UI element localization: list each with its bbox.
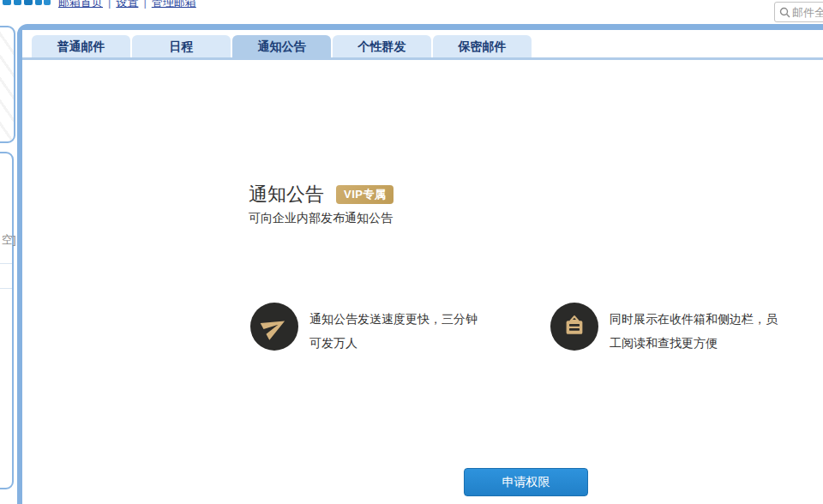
nav-link-settings[interactable]: 设置 — [116, 0, 138, 9]
search-input[interactable] — [792, 3, 823, 21]
logo-fragment — [35, 0, 42, 5]
mail-search-box[interactable] — [774, 2, 823, 22]
top-bar: 邮箱首页|设置|管理邮箱 — [0, 0, 823, 24]
nav-link-manage-mailbox[interactable]: 管理邮箱 — [152, 0, 196, 9]
tab-notice[interactable]: 通知公告 — [232, 35, 331, 57]
apply-permission-button[interactable]: 申请权限 — [464, 468, 588, 496]
vip-badge: VIP专属 — [336, 185, 393, 204]
nav-separator: | — [108, 0, 111, 9]
logo-fragment — [44, 0, 51, 5]
mail-type-tabs: 普通邮件 日程 通知公告 个性群发 保密邮件 — [32, 35, 533, 57]
sidebar-clear-link-partial[interactable]: 空] — [2, 232, 16, 248]
sidebar-widget-top — [0, 26, 15, 143]
main-panel: 普通邮件 日程 通知公告 个性群发 保密邮件 通知公告 VIP专属 可向企业内部… — [17, 24, 823, 504]
notice-intro-content: 通知公告 VIP专属 可向企业内部发布通知公告 通知公告发送速度更快，三分钟可发… — [22, 60, 823, 504]
sidebar-divider — [0, 263, 12, 264]
search-icon[interactable] — [779, 7, 790, 18]
logo-fragment — [14, 0, 21, 5]
feature-circle — [550, 303, 598, 351]
feature-text: 同时展示在收件箱和侧边栏，员工阅读和查找更方便 — [610, 303, 784, 355]
feature-circle — [250, 303, 298, 351]
tab-schedule[interactable]: 日程 — [132, 35, 231, 57]
page-subtitle: 可向企业内部发布通知公告 — [249, 211, 393, 226]
nav-separator: | — [143, 0, 146, 9]
top-nav: 邮箱首页|设置|管理邮箱 — [58, 0, 196, 10]
nav-link-mail-home[interactable]: 邮箱首页 — [58, 0, 103, 9]
page-title: 通知公告 — [249, 182, 324, 207]
brand-logo[interactable] — [3, 0, 52, 7]
sidebar-widget-bottom: 空] — [0, 152, 14, 489]
sidebar-divider — [0, 288, 12, 289]
paper-plane-icon — [257, 309, 292, 345]
tab-personal-mass-send[interactable]: 个性群发 — [333, 35, 431, 57]
logo-fragment — [3, 0, 11, 5]
feature-text: 通知公告发送速度更快，三分钟可发万人 — [309, 303, 484, 355]
logo-fragment — [24, 0, 33, 5]
feature-fast-send: 通知公告发送速度更快，三分钟可发万人 — [250, 303, 484, 355]
tab-normal-mail[interactable]: 普通邮件 — [32, 35, 130, 57]
feature-inbox-sidebar: 同时展示在收件箱和侧边栏，员工阅读和查找更方便 — [550, 303, 784, 355]
bulletin-board-icon — [562, 314, 587, 339]
tab-confidential-mail[interactable]: 保密邮件 — [433, 35, 532, 57]
